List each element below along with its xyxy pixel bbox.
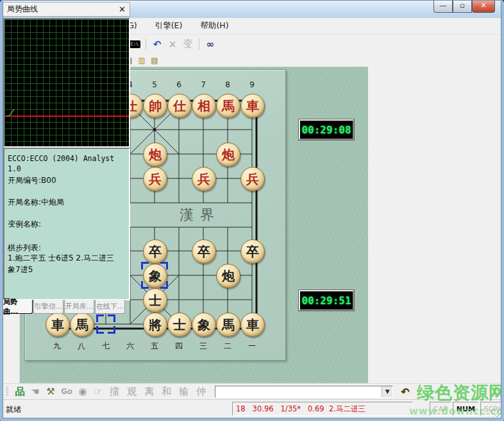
black-clock: 00:29:51 xyxy=(299,290,354,311)
cut-icon[interactable]: × xyxy=(165,38,180,51)
black-piece[interactable]: 卒 xyxy=(240,239,265,264)
status-bar: 就绪 18 30.96 1/35* 0.69 2.马二进三 CAPNUMSCRL xyxy=(3,399,501,418)
red-piece[interactable]: 帥 xyxy=(143,94,167,118)
file-number-bottom: 七 xyxy=(102,341,110,352)
red-piece[interactable]: 馬 xyxy=(216,94,240,118)
black-piece[interactable]: 卒 xyxy=(192,239,216,264)
game-action-button-1[interactable]: 观 xyxy=(127,386,137,398)
red-clock: 00:29:08 xyxy=(299,119,354,140)
move-origin-marker xyxy=(96,314,115,334)
maximize-button[interactable]: ▫ xyxy=(453,0,472,13)
black-piece[interactable]: 炮 xyxy=(216,264,240,288)
engine-status-cell: 18 30.96 1/35* 0.69 2.马二进三 xyxy=(232,402,413,416)
game-action-button-3[interactable]: 和 xyxy=(162,386,171,398)
file-number-top: 9 xyxy=(249,80,255,89)
file-number-bottom: 五 xyxy=(151,341,158,352)
moves-line-1: 1.炮二平五 士6进5 2.马二进三 xyxy=(8,253,126,263)
paste-position-icon[interactable]: ▤ xyxy=(149,54,160,67)
file-number-bottom: 九 xyxy=(53,341,61,352)
point-hand-icon[interactable]: ☞ xyxy=(91,385,105,398)
toolbar-separator xyxy=(199,39,199,50)
moves-line-2: 象7进5 xyxy=(8,264,126,275)
tab-0[interactable]: 局势曲... xyxy=(3,300,33,314)
opening-info-panel: ECCO:ECCO (2004) Analyst 1.0 开局编号:B00 开局… xyxy=(3,148,130,300)
panel-title-bar[interactable]: 局势曲线 ✕ xyxy=(3,2,130,17)
tab-3[interactable]: 在线下... xyxy=(95,300,125,314)
bracket-corner xyxy=(160,262,168,270)
redo-arrow-icon[interactable]: ↶ xyxy=(401,386,409,398)
minimize-button[interactable]: — xyxy=(433,0,453,13)
arena-icon[interactable]: 品 xyxy=(13,385,27,398)
move-destination-marker xyxy=(141,262,168,289)
chart-baseline xyxy=(4,116,129,117)
panel-title: 局势曲线 xyxy=(7,4,38,15)
status-ready-text: 就绪 xyxy=(6,404,21,415)
menu-item-3[interactable]: 引擎(E) xyxy=(149,19,189,33)
panel-tabs: 局势曲...引擎信...开局库...在线下... xyxy=(3,300,126,315)
bracket-corner xyxy=(108,326,115,334)
black-piece[interactable]: 將 xyxy=(143,313,167,337)
copy-position-icon[interactable]: ▥ xyxy=(136,54,147,67)
red-piece[interactable]: 相 xyxy=(192,94,216,118)
go-button[interactable]: Go xyxy=(61,387,72,396)
black-piece[interactable]: 卒 xyxy=(143,239,167,264)
black-piece[interactable]: 馬 xyxy=(216,313,240,337)
black-piece[interactable]: 車 xyxy=(46,313,70,337)
move-combobox[interactable]: ▼ xyxy=(215,386,393,398)
red-piece[interactable]: 仕 xyxy=(167,94,192,118)
red-piece[interactable]: 車 xyxy=(240,94,265,118)
toolbar-grip[interactable] xyxy=(6,386,8,397)
game-action-button-0[interactable]: 擂 xyxy=(110,386,119,398)
opening-code: 开局编号:B00 xyxy=(8,175,126,185)
tab-1[interactable]: 引擎信... xyxy=(33,300,63,314)
tools-icon[interactable]: ⚒ xyxy=(44,385,58,398)
red-piece[interactable]: 炮 xyxy=(143,142,167,167)
indicator-cap: CAP xyxy=(430,402,451,416)
variation-name: 变例名称: xyxy=(8,219,126,229)
file-number-top: 7 xyxy=(201,80,206,89)
black-piece[interactable]: 士 xyxy=(143,288,167,313)
hand-icon[interactable]: ☚ xyxy=(28,385,42,398)
file-number-top: 8 xyxy=(225,80,230,89)
toolbar-separator xyxy=(146,39,146,50)
bracket-corner xyxy=(141,262,149,270)
black-piece[interactable]: 象 xyxy=(192,313,216,337)
file-number-bottom: 六 xyxy=(126,341,134,352)
panel-close-icon[interactable]: ✕ xyxy=(119,4,126,14)
menu-item-4[interactable]: 帮助(H) xyxy=(194,19,235,33)
black-piece[interactable]: 士 xyxy=(167,313,192,337)
black-piece[interactable]: 車 xyxy=(240,313,265,337)
opening-name: 开局名称:中炮局 xyxy=(8,197,126,207)
chart-curve-start xyxy=(6,107,19,117)
game-toolbar: 品☚⚒Go◉☞擂观离和输仲▼↶ xyxy=(3,383,501,399)
watch-eye-icon[interactable]: ◉ xyxy=(76,385,90,398)
find-position-icon[interactable]: ∞ xyxy=(203,38,217,51)
indicator-num: NUM xyxy=(453,402,479,416)
bracket-corner xyxy=(108,314,115,322)
red-piece[interactable]: 兵 xyxy=(143,167,167,191)
tab-2[interactable]: 开局库... xyxy=(64,300,94,314)
file-number-bottom: 二 xyxy=(224,341,231,352)
change-side-icon[interactable]: 变 xyxy=(181,38,195,51)
moves-header: 棋步列表: xyxy=(8,243,126,253)
file-number-bottom: 一 xyxy=(248,341,256,352)
chevron-down-icon[interactable]: ▼ xyxy=(382,386,392,397)
bracket-corner xyxy=(96,314,104,322)
application-window: xqmaster — ▫ ✕ 文件(F)查看(V)游戏(G)引擎(E)帮助(H)… xyxy=(0,0,504,421)
red-piece[interactable]: 兵 xyxy=(192,167,216,191)
resize-grip[interactable] xyxy=(492,409,500,417)
game-action-button-2[interactable]: 离 xyxy=(144,386,154,398)
file-number-bottom: 四 xyxy=(175,341,183,352)
river-label-right: 漢界 xyxy=(180,205,221,225)
game-action-button-5[interactable]: 仲 xyxy=(196,386,206,398)
file-number-bottom: 八 xyxy=(78,341,85,352)
bracket-corner xyxy=(141,281,149,289)
game-action-button-4[interactable]: 输 xyxy=(179,386,189,398)
red-piece[interactable]: 兵 xyxy=(240,167,265,191)
close-button[interactable]: ✕ xyxy=(472,0,495,13)
red-piece[interactable]: 炮 xyxy=(216,142,240,167)
file-number-top: 5 xyxy=(152,80,157,89)
undo-icon[interactable]: ↶ xyxy=(150,38,164,51)
console-glyph: C:\ xyxy=(129,40,141,48)
black-piece[interactable]: 馬 xyxy=(70,313,94,337)
